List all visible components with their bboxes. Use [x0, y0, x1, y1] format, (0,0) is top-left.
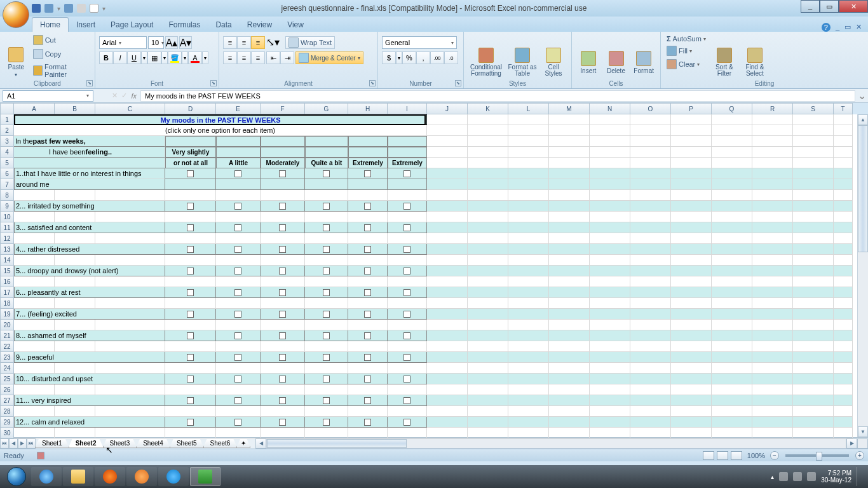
enter-formula-icon[interactable]: ✓ [121, 92, 127, 100]
cell-T27[interactable] [834, 395, 853, 406]
zoom-out-button[interactable]: − [770, 451, 779, 460]
checkbox-q27-4[interactable] [323, 397, 330, 404]
checkbox-q15-3[interactable] [279, 268, 286, 274]
font-size-select[interactable]: 10▾ [148, 36, 164, 49]
cell-N12[interactable] [590, 233, 630, 244]
tray-volume-icon[interactable] [807, 472, 816, 481]
cell-F16[interactable] [261, 276, 305, 287]
cell-Q25[interactable] [712, 374, 752, 384]
taskbar-media[interactable] [126, 467, 157, 486]
cell-M16[interactable] [549, 276, 590, 287]
cell-L28[interactable] [508, 406, 549, 417]
cell-P3[interactable] [671, 136, 712, 147]
row-header-25[interactable]: 25 [0, 374, 14, 384]
checkbox-q25-2[interactable] [234, 376, 241, 383]
row-header-23[interactable]: 23 [0, 352, 14, 363]
cell-J17[interactable] [427, 287, 468, 298]
underline-dropdown[interactable]: ▾ [141, 51, 147, 64]
cell-B16[interactable] [55, 276, 95, 287]
cell-O27[interactable] [630, 395, 671, 406]
cell-K28[interactable] [468, 406, 508, 417]
cell-M18[interactable] [549, 298, 590, 309]
cell-E8[interactable] [216, 190, 261, 201]
cell-G30[interactable] [305, 428, 348, 438]
cell-H22[interactable] [348, 341, 388, 352]
cell-A24[interactable] [14, 363, 55, 374]
checkbox-q29-3[interactable] [279, 419, 286, 426]
grow-font-button[interactable]: A▴ [165, 36, 178, 49]
zoom-level[interactable]: 100% [747, 452, 765, 459]
cell-L27[interactable] [508, 395, 549, 406]
cell-S16[interactable] [793, 276, 834, 287]
checkbox-q21-4[interactable] [323, 332, 330, 339]
cell-F24[interactable] [261, 363, 305, 374]
cell-N21[interactable] [590, 330, 630, 341]
cell-H25[interactable] [348, 374, 388, 384]
cell-G29[interactable] [305, 417, 348, 428]
tab-review[interactable]: Review [240, 18, 280, 32]
cell-H17[interactable] [348, 287, 388, 298]
checkbox-q23-1[interactable] [187, 354, 194, 361]
cell-N3[interactable] [590, 136, 630, 147]
cell-I27[interactable] [388, 395, 427, 406]
cell-N22[interactable] [590, 341, 630, 352]
checkbox-q23-6[interactable] [403, 354, 410, 361]
cell-S7[interactable] [793, 179, 834, 190]
checkbox-q25-5[interactable] [364, 376, 371, 383]
cell-O10[interactable] [630, 212, 671, 222]
checkbox-q21-3[interactable] [279, 332, 286, 339]
cell-M5[interactable] [549, 158, 590, 168]
start-button[interactable] [3, 466, 31, 487]
column-header-G[interactable]: G [305, 103, 348, 114]
row-header-16[interactable]: 16 [0, 276, 14, 287]
checkbox-q9-3[interactable] [279, 203, 286, 210]
cell-P28[interactable] [671, 406, 712, 417]
cell-G16[interactable] [305, 276, 348, 287]
cell-H20[interactable] [348, 320, 388, 330]
number-format-select[interactable]: General▾ [382, 36, 457, 49]
cell-F26[interactable] [261, 384, 305, 395]
cell-K29[interactable] [468, 417, 508, 428]
cell-R27[interactable] [752, 395, 793, 406]
cell-P25[interactable] [671, 374, 712, 384]
cell-K21[interactable] [468, 330, 508, 341]
checkbox-q17-3[interactable] [279, 289, 286, 296]
new-icon[interactable] [90, 4, 98, 13]
cell-F25[interactable] [261, 374, 305, 384]
cell-T22[interactable] [834, 341, 853, 352]
checkbox-q29-2[interactable] [234, 419, 241, 426]
cell-K17[interactable] [468, 287, 508, 298]
cell-Q22[interactable] [712, 341, 752, 352]
cell-O8[interactable] [630, 190, 671, 201]
cell-O20[interactable] [630, 320, 671, 330]
checkbox-q9-4[interactable] [323, 203, 330, 210]
increase-indent-button[interactable]: ⇥ [280, 51, 294, 64]
cell-O22[interactable] [630, 341, 671, 352]
comma-button[interactable]: , [416, 51, 430, 64]
cell-P10[interactable] [671, 212, 712, 222]
cell-C26[interactable] [95, 384, 165, 395]
cell-S23[interactable] [793, 352, 834, 363]
cell-O30[interactable] [630, 428, 671, 438]
cell-S6[interactable] [793, 168, 834, 179]
cell-F22[interactable] [261, 341, 305, 352]
cell-T15[interactable] [834, 266, 853, 276]
cell-R23[interactable] [752, 352, 793, 363]
cell-S12[interactable] [793, 233, 834, 244]
cell-R25[interactable] [752, 374, 793, 384]
cell-T30[interactable] [834, 428, 853, 438]
cell-J24[interactable] [427, 363, 468, 374]
cell-Q1[interactable] [712, 114, 752, 125]
cell-D24[interactable] [165, 363, 216, 374]
decrease-decimal-button[interactable]: .0 [444, 51, 458, 64]
cell-O1[interactable] [630, 114, 671, 125]
row-header-17[interactable]: 17 [0, 287, 14, 298]
cell-L3[interactable] [508, 136, 549, 147]
cell-M14[interactable] [549, 255, 590, 266]
row-header-21[interactable]: 21 [0, 330, 14, 341]
cell-F20[interactable] [261, 320, 305, 330]
cell-J15[interactable] [427, 266, 468, 276]
cell-F8[interactable] [261, 190, 305, 201]
cell-N11[interactable] [590, 222, 630, 233]
cell-G18[interactable] [305, 298, 348, 309]
